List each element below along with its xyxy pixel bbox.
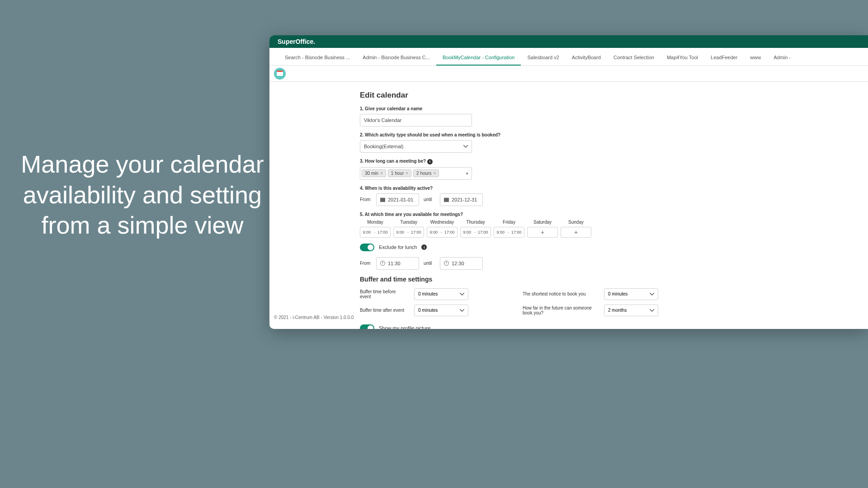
day-column: Friday9:00 → 17:00	[494, 220, 524, 238]
day-column: Monday9:00 → 17:00	[360, 220, 391, 238]
day-time-range[interactable]: +	[527, 227, 558, 238]
plus-icon: +	[574, 229, 578, 236]
active-from-date[interactable]: 2021-01-01	[376, 193, 419, 206]
day-time-range[interactable]: 9:00 → 17:00	[360, 227, 391, 238]
day-column: Saturday+	[527, 220, 558, 238]
calendar-app-icon[interactable]	[274, 68, 286, 80]
day-column: Tuesday9:00 → 17:00	[393, 220, 424, 238]
day-time-range[interactable]: 9:00 → 17:00	[427, 227, 458, 238]
duration-chip[interactable]: 1 hour ×	[388, 169, 411, 177]
plus-icon: +	[541, 229, 544, 236]
tab-bar: Search - Bisnode Business ...Admin - Bis…	[269, 48, 868, 66]
tab[interactable]: Admin - Bisnode Business C...	[356, 50, 436, 66]
day-time-range[interactable]: 9:00 → 17:00	[494, 227, 524, 238]
tab[interactable]: www	[744, 50, 767, 66]
tab[interactable]: LeadFeeder	[704, 50, 744, 66]
app-logo: SuperOffice.	[278, 38, 315, 45]
duration-chip[interactable]: 30 min ×	[362, 169, 386, 177]
duration-chip[interactable]: 2 hours ×	[413, 169, 439, 177]
tab[interactable]: ActivityBoard	[566, 50, 607, 66]
tab[interactable]: Admin -	[767, 50, 797, 66]
day-name: Tuesday	[393, 220, 424, 225]
buffer-before-label: Buffer time before event	[360, 289, 405, 299]
app-header: SuperOffice.	[269, 35, 868, 48]
day-name: Wednesday	[427, 220, 458, 225]
day-time-range[interactable]: 9:00 → 17:00	[460, 227, 491, 238]
day-column: Wednesday9:00 → 17:00	[427, 220, 458, 238]
arrow-right-icon: →	[372, 230, 376, 235]
future-booking-select[interactable]: 2 months	[604, 305, 658, 316]
calendar-icon	[380, 197, 385, 202]
toolbar	[269, 66, 868, 82]
lunch-until-time[interactable]: 12:30	[440, 257, 483, 270]
day-name: Saturday	[527, 220, 558, 225]
day-name: Sunday	[561, 220, 591, 225]
arrow-right-icon: →	[439, 230, 443, 235]
arrow-right-icon: →	[506, 230, 510, 235]
buffer-section-title: Buffer and time settings	[360, 276, 868, 283]
calendar-icon	[444, 197, 449, 202]
q4-label: 4. When is this availability active?	[360, 186, 868, 191]
day-time-range[interactable]: 9:00 → 17:00	[393, 227, 424, 238]
clock-icon	[444, 261, 449, 266]
info-icon[interactable]: i	[427, 159, 433, 164]
activity-type-select[interactable]: Booking(External)	[360, 140, 472, 153]
tab[interactable]: Map4You Tool	[660, 50, 704, 66]
app-footer: © 2021 - i-Centrum AB - Version 1.0.0.0	[274, 315, 354, 320]
show-profile-picture-toggle[interactable]	[360, 324, 374, 329]
shortest-notice-select[interactable]: 0 minutes	[604, 288, 658, 300]
day-name: Monday	[360, 220, 391, 225]
from-label: From	[360, 197, 372, 202]
buffer-after-label: Buffer time after event	[360, 308, 405, 313]
q1-label: 1. Give your calendar a name	[360, 106, 868, 111]
chip-remove-icon[interactable]: ×	[406, 171, 408, 176]
page-title: Edit calendar	[360, 91, 868, 100]
weekday-availability-row: Monday9:00 → 17:00Tuesday9:00 → 17:00Wed…	[360, 220, 868, 238]
clock-icon	[380, 261, 385, 266]
day-column: Thursday9:00 → 17:00	[460, 220, 491, 238]
day-column: Sunday+	[561, 220, 591, 238]
lunch-from-label: From	[360, 261, 372, 266]
calendar-name-input[interactable]	[360, 114, 472, 127]
app-window: SuperOffice. Search - Bisnode Business .…	[269, 35, 868, 329]
day-name: Thursday	[460, 220, 491, 225]
hero-headline: Manage your calendar availability and se…	[18, 149, 267, 241]
day-time-range[interactable]: +	[561, 227, 591, 238]
future-booking-label: How far in the future can someone book y…	[523, 305, 595, 315]
q3-label: 3. How long can a meeting be? i	[360, 159, 868, 164]
active-until-date[interactable]: 2021-12-31	[440, 193, 483, 206]
arrow-right-icon: →	[406, 230, 410, 235]
buffer-before-select[interactable]: 0 minutes	[414, 288, 468, 300]
day-name: Friday	[494, 220, 524, 225]
info-icon[interactable]: i	[421, 244, 427, 250]
chip-remove-icon[interactable]: ×	[380, 171, 383, 176]
tab[interactable]: Contract Selection	[607, 50, 660, 66]
duration-chip-input[interactable]: 30 min ×1 hour ×2 hours ×▾	[360, 167, 472, 180]
chip-remove-icon[interactable]: ×	[433, 171, 436, 176]
tab[interactable]: BookMyCalendar - Configuration	[436, 50, 521, 66]
lunch-until-label: until	[424, 261, 435, 266]
exclude-lunch-toggle[interactable]	[360, 244, 374, 251]
q2-label: 2. Which activity type should be used wh…	[360, 132, 868, 137]
lunch-from-time[interactable]: 11:30	[376, 257, 419, 270]
show-profile-picture-label: Show my profile picture	[379, 325, 430, 329]
exclude-lunch-label: Exclude for lunch	[379, 244, 417, 250]
shortest-notice-label: The shortest notice to book you	[523, 291, 595, 296]
q5-label: 5. At which time are you available for m…	[360, 212, 868, 217]
edit-calendar-panel: Edit calendar 1. Give your calendar a na…	[269, 82, 868, 329]
tab[interactable]: Search - Bisnode Business ...	[278, 50, 356, 66]
tab[interactable]: Salesboard v2	[521, 50, 565, 66]
chevron-down-icon[interactable]: ▾	[466, 171, 470, 176]
until-label: until	[424, 197, 435, 202]
arrow-right-icon: →	[472, 230, 476, 235]
buffer-after-select[interactable]: 0 minutes	[414, 305, 468, 316]
